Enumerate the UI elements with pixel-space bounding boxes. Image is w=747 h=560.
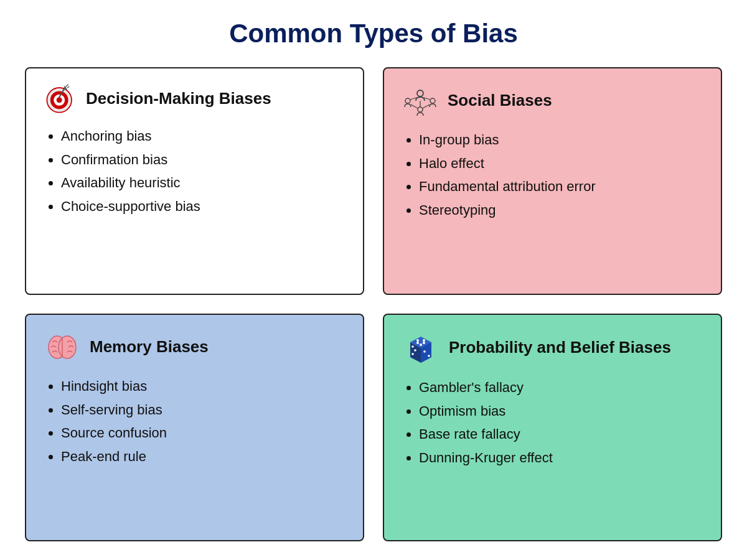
card-social-title: Social Biases [448,91,552,110]
card-decision-title: Decision-Making Biases [86,89,271,108]
svg-line-16 [423,105,430,108]
card-decision-header: Decision-Making Biases [44,82,345,116]
dice-icon [402,329,440,367]
list-item: Source confusion [61,424,345,442]
svg-point-30 [411,353,414,355]
card-decision-list: Anchoring bias Confirmation bias Availab… [44,127,345,216]
list-item: Self-serving bias [61,401,345,419]
card-probability-title: Probability and Belief Biases [449,338,671,357]
card-social: Social Biases In-group bias Halo effect … [383,67,722,295]
svg-point-26 [416,342,419,344]
svg-point-24 [423,339,425,342]
list-item: Peak-end rule [61,447,345,466]
brain-icon [44,329,81,366]
card-social-list: In-group bias Halo effect Fundamental at… [402,131,703,220]
card-decision: Decision-Making Biases Anchoring bias Co… [25,67,364,295]
list-item: Hindsight bias [61,377,345,396]
card-memory-header: Memory Biases [44,329,345,366]
list-item: Confirmation bias [61,151,345,169]
list-item: In-group bias [419,131,703,149]
card-social-header: Social Biases [402,82,703,119]
list-item: Gambler's fallacy [419,378,703,397]
svg-point-25 [420,343,422,346]
svg-point-23 [416,339,419,342]
page-title: Common Types of Bias [229,19,518,49]
svg-point-27 [423,342,425,344]
list-item: Halo effect [419,154,703,173]
svg-point-9 [405,98,410,103]
list-item: Dunning-Kruger effect [419,449,703,467]
list-item: Base rate fallacy [419,425,703,444]
svg-point-29 [414,349,416,352]
svg-line-15 [411,105,418,108]
list-item: Stereotyping [419,201,703,220]
svg-point-10 [430,98,435,103]
svg-point-32 [428,355,430,357]
card-memory: Memory Biases Hindsight bias Self-servin… [25,314,364,541]
card-probability-header: Probability and Belief Biases [402,329,703,367]
card-memory-list: Hindsight bias Self-serving bias Source … [44,377,345,466]
svg-point-3 [57,97,62,103]
target-icon [44,82,77,116]
list-item: Optimism bias [419,402,703,421]
svg-point-28 [411,345,414,348]
card-probability: Probability and Belief Biases Gambler's … [383,314,722,541]
svg-point-8 [417,90,423,96]
list-item: Anchoring bias [61,127,345,146]
svg-point-11 [418,107,423,112]
svg-line-6 [66,85,68,87]
network-icon [402,82,439,119]
svg-point-31 [423,350,426,353]
list-item: Availability heuristic [61,174,345,192]
card-memory-title: Memory Biases [90,337,209,357]
list-item: Choice-supportive bias [61,197,345,216]
svg-line-7 [67,86,70,88]
card-probability-list: Gambler's fallacy Optimism bias Base rat… [402,378,703,467]
list-item: Fundamental attribution error [419,177,703,196]
bias-grid: Decision-Making Biases Anchoring bias Co… [25,67,722,541]
